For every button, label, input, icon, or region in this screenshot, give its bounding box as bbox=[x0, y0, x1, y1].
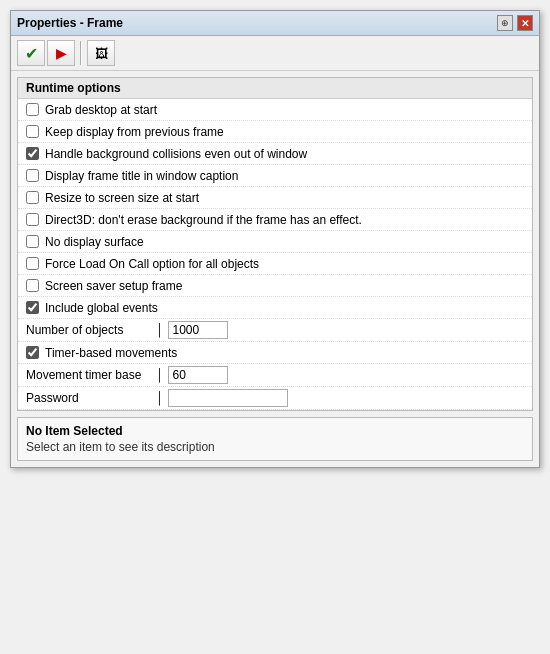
resize-screen-checkbox[interactable] bbox=[26, 191, 39, 204]
toolbar: ✔ ▶ 🖼 bbox=[11, 36, 539, 71]
status-panel: No Item Selected Select an item to see i… bbox=[17, 417, 533, 461]
password-input[interactable] bbox=[168, 389, 288, 407]
toolbar-check-button[interactable]: ✔ bbox=[17, 40, 45, 66]
properties-panel: Runtime options Grab desktop at start Ke… bbox=[17, 77, 533, 411]
status-title: No Item Selected bbox=[26, 424, 524, 438]
status-description: Select an item to see its description bbox=[26, 440, 524, 454]
title-bar-controls: ⊕ ✕ bbox=[497, 15, 533, 31]
display-title-checkbox[interactable] bbox=[26, 169, 39, 182]
option-grab-desktop: Grab desktop at start bbox=[18, 99, 532, 121]
direct3d-checkbox[interactable] bbox=[26, 213, 39, 226]
no-display-label[interactable]: No display surface bbox=[45, 235, 144, 249]
option-resize-screen: Resize to screen size at start bbox=[18, 187, 532, 209]
resize-screen-label[interactable]: Resize to screen size at start bbox=[45, 191, 199, 205]
num-objects-separator: │ bbox=[156, 323, 164, 337]
grab-desktop-label[interactable]: Grab desktop at start bbox=[45, 103, 157, 117]
option-timer-based: Timer-based movements bbox=[18, 342, 532, 364]
display-title-label[interactable]: Display frame title in window caption bbox=[45, 169, 238, 183]
timer-base-label: Movement timer base bbox=[26, 368, 156, 382]
no-display-checkbox[interactable] bbox=[26, 235, 39, 248]
window-title: Properties - Frame bbox=[17, 16, 123, 30]
option-handle-bg: Handle background collisions even out of… bbox=[18, 143, 532, 165]
close-button[interactable]: ✕ bbox=[517, 15, 533, 31]
screen-saver-checkbox[interactable] bbox=[26, 279, 39, 292]
keep-display-label[interactable]: Keep display from previous frame bbox=[45, 125, 224, 139]
options-list: Grab desktop at start Keep display from … bbox=[18, 99, 532, 410]
timer-base-row: Movement timer base │ bbox=[18, 364, 532, 387]
num-objects-row: Number of objects │ bbox=[18, 319, 532, 342]
global-events-label[interactable]: Include global events bbox=[45, 301, 158, 315]
pin-button[interactable]: ⊕ bbox=[497, 15, 513, 31]
num-objects-label: Number of objects bbox=[26, 323, 156, 337]
option-direct3d: Direct3D: don't erase background if the … bbox=[18, 209, 532, 231]
screen-saver-label[interactable]: Screen saver setup frame bbox=[45, 279, 182, 293]
toolbar-separator bbox=[80, 41, 82, 65]
handle-bg-checkbox[interactable] bbox=[26, 147, 39, 160]
password-label: Password bbox=[26, 391, 156, 405]
option-global-events: Include global events bbox=[18, 297, 532, 319]
num-objects-input[interactable] bbox=[168, 321, 228, 339]
section-header: Runtime options bbox=[18, 78, 532, 99]
global-events-checkbox[interactable] bbox=[26, 301, 39, 314]
toolbar-play-button[interactable]: ▶ bbox=[47, 40, 75, 66]
grab-desktop-checkbox[interactable] bbox=[26, 103, 39, 116]
timer-based-checkbox[interactable] bbox=[26, 346, 39, 359]
option-display-title: Display frame title in window caption bbox=[18, 165, 532, 187]
option-force-load: Force Load On Call option for all object… bbox=[18, 253, 532, 275]
option-no-display: No display surface bbox=[18, 231, 532, 253]
option-screen-saver: Screen saver setup frame bbox=[18, 275, 532, 297]
password-row: Password │ bbox=[18, 387, 532, 410]
force-load-label[interactable]: Force Load On Call option for all object… bbox=[45, 257, 259, 271]
close-icon: ✕ bbox=[521, 18, 529, 29]
main-content: Runtime options Grab desktop at start Ke… bbox=[11, 71, 539, 467]
password-separator: │ bbox=[156, 391, 164, 405]
title-bar: Properties - Frame ⊕ ✕ bbox=[11, 11, 539, 36]
timer-base-input[interactable] bbox=[168, 366, 228, 384]
force-load-checkbox[interactable] bbox=[26, 257, 39, 270]
timer-based-label[interactable]: Timer-based movements bbox=[45, 346, 177, 360]
keep-display-checkbox[interactable] bbox=[26, 125, 39, 138]
option-keep-display: Keep display from previous frame bbox=[18, 121, 532, 143]
toolbar-frame-button[interactable]: 🖼 bbox=[87, 40, 115, 66]
timer-base-separator: │ bbox=[156, 368, 164, 382]
properties-window: Properties - Frame ⊕ ✕ ✔ ▶ 🖼 Runtime opt… bbox=[10, 10, 540, 468]
handle-bg-label[interactable]: Handle background collisions even out of… bbox=[45, 147, 307, 161]
direct3d-label[interactable]: Direct3D: don't erase background if the … bbox=[45, 213, 362, 227]
